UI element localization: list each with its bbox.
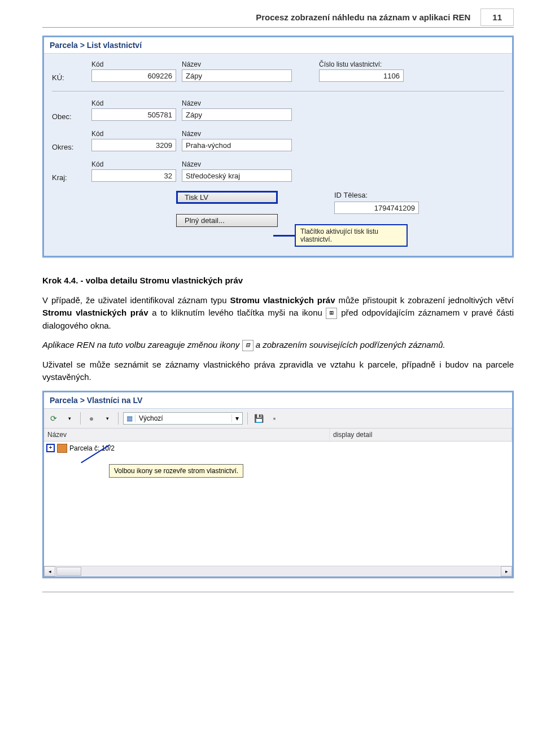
window-list-vlastnictvi: Parcela > List vlastnictví KÚ: Kód 60922… [42,36,514,257]
scroll-left-icon[interactable]: ◂ [44,566,55,576]
label-clv: Číslo listu vlastnictví: [319,60,404,68]
callout-tisk: Tlačítko aktivující tisk listu vlastnict… [295,224,408,247]
krok-heading: Krok 4.4. - volba detailu Stromu vlastni… [42,274,514,287]
header-title: Procesz zobrazení náhledu na záznam v ap… [256,12,470,22]
grid-icon: ▦ [124,414,136,422]
field-clv[interactable]: 1106 [319,69,404,82]
callout-tree: Volbou ikony se rozevře strom vlastnictv… [109,464,243,478]
column-nazev[interactable]: Název [44,429,330,441]
page-number: 11 [480,8,514,26]
scrollbar-thumb[interactable] [56,567,81,576]
paragraph-3: Uživatel se může seznámit se záznamy vla… [42,359,514,384]
row-okres-label: Okres: [52,143,86,151]
window-vlastnici-na-lv: Parcela > Vlastníci na LV ⟳ ▾ ● ▾ ▦ Vých… [42,391,514,578]
combo-value: Výchozí [136,414,231,422]
label-nazev: Název [182,160,292,168]
scroll-right-icon[interactable]: ▸ [501,566,512,576]
window-title: Parcela > Vlastníci na LV [44,392,512,409]
paragraph-1: V případě, že uživatel identifikoval záz… [42,294,514,333]
label-id-telesa: ID Tělesa: [334,191,368,199]
refresh-icon[interactable]: ⟳ [47,412,60,425]
field-obec-nazev[interactable]: Zápy [182,108,292,121]
chevron-down-icon[interactable]: ▾ [101,412,113,425]
label-nazev: Název [182,99,292,107]
chevron-down-icon[interactable]: ▾ [63,412,76,425]
field-okres-nazev[interactable]: Praha-východ [182,139,292,151]
separator [118,412,119,425]
table-row[interactable]: + Parcela č: 10/2 [44,442,512,455]
save-view-icon[interactable]: 💾 [252,412,265,425]
field-id-telesa[interactable]: 1794741209 [334,202,419,214]
field-kraj-nazev[interactable]: Středočeský kraj [182,169,292,182]
label-kod: Kód [91,99,176,107]
field-ku-kod[interactable]: 609226 [91,69,176,82]
view-combo[interactable]: ▦ Výchozí ▾ [123,412,243,425]
collapse-icon: ⊟ [242,340,253,351]
field-kraj-kod[interactable]: 32 [91,169,176,182]
paragraph-2: Aplikace REN na tuto volbu zareaguje změ… [42,339,514,352]
label-kod: Kód [91,60,176,68]
grid-body: + Parcela č: 10/2 Volbou ikony se rozevř… [44,442,512,566]
label-kod: Kód [91,160,176,168]
callout-connector [273,235,295,237]
text: a to kliknutím levého tlačítka myši na i… [148,308,326,317]
separator [247,412,248,425]
row-obec-label: Obec: [52,112,86,121]
text: a zobrazením souvisejících podřízených z… [256,340,445,349]
window-title: Parcela > List vlastnictví [44,37,512,54]
plny-detail-button[interactable]: Plný detail... [176,214,278,227]
toolbar-icon[interactable]: ▪ [268,412,281,425]
text: může přistoupit k zobrazení jednoltivých… [335,295,514,305]
field-okres-kod[interactable]: 3209 [91,139,176,151]
label-nazev: Název [182,130,292,138]
grid-header: Název display detail [44,429,512,442]
expand-icon: ⊞ [326,308,337,319]
column-display-detail[interactable]: display detail [330,429,512,441]
field-ku-nazev[interactable]: Zápy [182,69,292,82]
toolbar-icon[interactable]: ● [85,412,98,425]
page-header: Procesz zobrazení náhledu na záznam v ap… [42,8,514,28]
text-bold: Stromu vlastnických práv [230,295,335,305]
text: Aplikace REN na tuto volbu zareaguje změ… [42,340,242,349]
chevron-down-icon[interactable]: ▾ [231,414,242,422]
separator [52,91,504,91]
footer-separator [42,592,514,592]
text: V případě, že uživatel identifikoval záz… [42,295,230,305]
label-nazev: Název [182,60,292,68]
parcela-icon [57,444,67,453]
label-kod: Kód [91,130,176,138]
separator [80,412,81,425]
row-kraj-label: Kraj: [52,173,86,182]
expand-icon[interactable]: + [46,444,55,452]
tisk-lv-button[interactable]: Tisk LV [176,191,278,204]
text-bold: Stromu vlastnických práv [42,308,148,317]
toolbar: ⟳ ▾ ● ▾ ▦ Výchozí ▾ 💾 ▪ [44,409,512,429]
horizontal-scrollbar[interactable]: ◂ ▸ [44,566,512,576]
row-ku-label: KÚ: [52,73,86,82]
field-obec-kod[interactable]: 505781 [91,108,176,121]
